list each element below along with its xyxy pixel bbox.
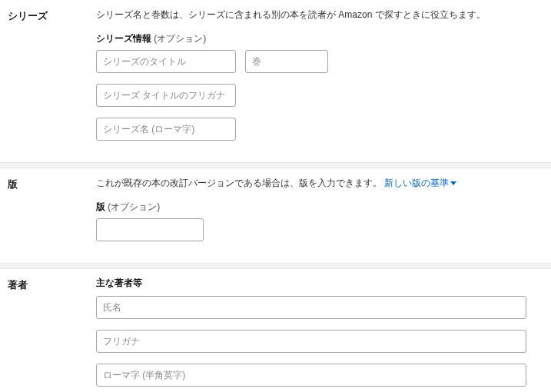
series-description: シリーズ名と巻数は、シリーズに含まれる別の本を読者が Amazon で探すときに… bbox=[96, 8, 543, 22]
series-heading: シリーズ bbox=[8, 8, 96, 144]
edition-standards-link[interactable]: 新しい版の基準 bbox=[384, 178, 456, 188]
edition-link-text: 新しい版の基準 bbox=[384, 178, 449, 188]
series-romaji-input[interactable] bbox=[96, 118, 236, 141]
author-romaji-input[interactable] bbox=[96, 364, 526, 387]
series-body: シリーズ名と巻数は、シリーズに含まれる別の本を読者が Amazon で探すときに… bbox=[96, 8, 543, 144]
section-edition: 版 これが既存の本の改訂バージョンである場合は、版を入力できます。 新しい版の基… bbox=[0, 168, 551, 263]
series-title-input[interactable] bbox=[96, 50, 236, 73]
edition-input[interactable] bbox=[96, 218, 204, 241]
section-series: シリーズ シリーズ名と巻数は、シリーズに含まれる別の本を読者が Amazon で… bbox=[0, 0, 551, 162]
author-primary-label: 主な著者等 bbox=[96, 277, 543, 290]
series-info-optional: (オプション) bbox=[151, 33, 206, 44]
series-furigana-input[interactable] bbox=[96, 84, 236, 107]
divider bbox=[0, 263, 551, 269]
author-heading: 著者 bbox=[8, 277, 96, 387]
author-name-input[interactable] bbox=[96, 296, 526, 319]
edition-field-label: 版 bbox=[96, 201, 105, 212]
chevron-down-icon bbox=[450, 181, 456, 185]
series-info-label-row: シリーズ情報 (オプション) bbox=[96, 32, 543, 45]
edition-desc-text: これが既存の本の改訂バージョンである場合は、版を入力できます。 bbox=[96, 178, 384, 188]
section-author: 著者 主な著者等 bbox=[0, 269, 551, 392]
series-info-label: シリーズ情報 bbox=[96, 33, 151, 44]
series-volume-input[interactable] bbox=[245, 50, 328, 73]
author-furigana-input[interactable] bbox=[96, 330, 526, 353]
author-body: 主な著者等 bbox=[96, 277, 543, 387]
edition-optional: (オプション) bbox=[105, 201, 160, 212]
edition-description: これが既存の本の改訂バージョンである場合は、版を入力できます。 新しい版の基準 bbox=[96, 176, 543, 190]
edition-body: これが既存の本の改訂バージョンである場合は、版を入力できます。 新しい版の基準 … bbox=[96, 176, 543, 244]
divider bbox=[0, 162, 551, 168]
edition-heading: 版 bbox=[8, 176, 96, 244]
edition-field-label-row: 版 (オプション) bbox=[96, 201, 543, 214]
